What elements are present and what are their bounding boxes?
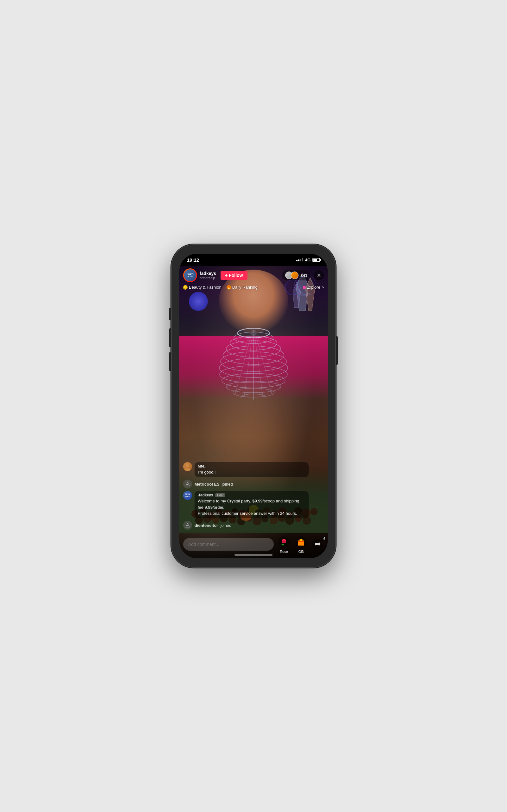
signal-icon: [296, 258, 303, 261]
join-message-1: Metricool ES joined: [183, 479, 308, 489]
svg-point-57: [186, 463, 189, 467]
svg-rect-71: [300, 539, 302, 541]
svg-point-60: [187, 525, 188, 526]
chat-username-host: -fadkeys: [198, 493, 213, 497]
chat-bubble-2: -fadkeys Host Welcome to my Crystal part…: [194, 491, 308, 518]
close-button[interactable]: ✕: [314, 270, 324, 281]
follow-button[interactable]: + Follow: [221, 271, 247, 280]
chat-avatar-host: FADKEYS: [183, 491, 192, 500]
share-count: 6: [322, 537, 326, 541]
svg-point-63: [282, 541, 285, 543]
host-badge: Host: [215, 493, 226, 497]
ranking-dot-icon: 🔥: [227, 285, 231, 290]
chat-avatar-1: [183, 462, 192, 471]
rose-button[interactable]: Rose: [277, 535, 291, 554]
join-icon-1: [183, 479, 192, 489]
volume-down-button[interactable]: [169, 352, 171, 371]
partnership-label: artnership: [200, 276, 216, 280]
share-button[interactable]: 6: [311, 538, 324, 551]
join-text-1: Metricool ES joined: [194, 482, 233, 487]
gift-button[interactable]: Gift: [294, 535, 308, 554]
explore-label: Explore >: [306, 285, 324, 290]
join-message-2: dienteneitor joined: [183, 521, 308, 530]
rose-icon: [277, 535, 291, 549]
viewer-avatar-2: [291, 271, 298, 279]
comment-input[interactable]: [183, 538, 274, 551]
explore-dot-icon: [302, 286, 306, 289]
rose-label: Rose: [280, 550, 288, 554]
svg-point-58: [184, 468, 191, 471]
beauty-dot-icon: 💛: [183, 285, 187, 290]
battery-icon: [313, 258, 320, 262]
status-bar: 19:12 4G: [179, 254, 328, 266]
chat-text-host: Welcome to my Crystal party. $9.99/scoop…: [198, 499, 299, 515]
close-icon: ✕: [317, 272, 321, 278]
category-explore[interactable]: Explore >: [302, 285, 324, 290]
viewer-avatars: [285, 271, 298, 279]
join-icon-2: [183, 521, 192, 530]
decorative-orb: [189, 292, 208, 311]
category-bar: 💛 Beauty & Fashion 🔥 Daily Ranking Explo…: [183, 285, 324, 290]
network-type: 4G: [305, 258, 311, 262]
category-beauty[interactable]: 💛 Beauty & Fashion: [183, 285, 222, 290]
chat-username-1: Mte..: [198, 464, 206, 468]
gift-label: Gift: [298, 550, 303, 554]
volume-up-button[interactable]: [169, 328, 171, 347]
gift-icon: [294, 535, 308, 549]
header-right: 341 ✕: [282, 270, 324, 281]
status-time: 19:12: [187, 257, 199, 263]
chat-bubble-1: Mte.. I'm good!!: [194, 462, 308, 477]
join-text-2: dienteneitor joined: [194, 523, 231, 528]
chat-message-1: Mte.. I'm good!!: [183, 462, 308, 477]
viewer-count-area: 341: [282, 270, 311, 281]
home-indicator: [234, 554, 273, 556]
chat-message-2: FADKEYS -fadkeys Host Welcome to my Crys…: [183, 491, 308, 518]
viewer-count: 341: [300, 273, 307, 278]
username-label: fadkeys: [200, 271, 216, 276]
category-ranking[interactable]: 🔥 Daily Ranking: [227, 285, 258, 290]
volume-mute-button[interactable]: [169, 308, 171, 320]
phone-screen: 19:12 4G: [179, 254, 328, 558]
chat-area: Mte.. I'm good!! Metricool ES joined FA: [183, 462, 308, 530]
beauty-label: Beauty & Fashion: [189, 285, 222, 290]
phone-frame: 19:12 4G: [171, 244, 336, 568]
svg-point-59: [187, 484, 188, 485]
avatar[interactable]: FADKEYS: [183, 268, 197, 282]
ranking-label: Daily Ranking: [232, 285, 258, 290]
power-button[interactable]: [336, 336, 338, 365]
live-header: FADKEYS fadkeys artnership + Follow: [179, 266, 328, 292]
chat-text-1: I'm good!!: [198, 470, 216, 474]
user-info: FADKEYS fadkeys artnership + Follow: [183, 268, 247, 282]
